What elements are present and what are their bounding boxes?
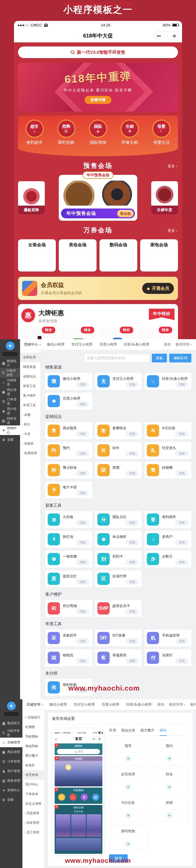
presale-center-card[interactable]: 年中预售会场 年中预售会场 逛会场 [59, 175, 137, 221]
picker-tab[interactable]: 插件 [160, 728, 167, 733]
detail-button[interactable]: 详情 [125, 609, 139, 615]
sidebar-item[interactable]: ⌂ 店铺管理 [0, 738, 22, 747]
app-card[interactable]: 赞 好物圈 详情 [144, 462, 191, 478]
detail-button[interactable]: 详情 [175, 520, 189, 526]
sidebar-item[interactable]: ✦ 营销中心 [0, 785, 22, 795]
tutorial-dropdown[interactable]: 教程管理∨ [169, 702, 186, 707]
presale-more-link[interactable]: 更多 › [168, 163, 177, 169]
deal-product-suitcase[interactable]: 特价 [100, 328, 136, 339]
detail-button[interactable]: 详情 [76, 658, 89, 664]
subsidebar-item[interactable]: ∨店铺设计 [22, 713, 44, 722]
subsidebar-item[interactable]: ›余额 [20, 410, 40, 420]
app-card[interactable]: ❋ 百度小程序 详情 [45, 393, 92, 409]
category-item[interactable]: 国际 ◈ 国际海淘 [87, 120, 109, 156]
subsidebar-item[interactable]: 常用工具 [20, 400, 40, 410]
detail-button[interactable]: 详情 [76, 579, 89, 585]
subsidebar-item[interactable]: 轮播图 [22, 722, 44, 732]
detail-button[interactable]: 详情 [125, 579, 139, 585]
subsidebar-item[interactable]: 销售渠道 [20, 362, 40, 372]
subsidebar-item[interactable]: ›积分 [20, 420, 40, 429]
sidebar-item[interactable]: ▣ 商品管理 [0, 387, 20, 397]
category-item[interactable]: 超市 ⌂ 便利超市 [24, 120, 46, 156]
app-card[interactable]: DIY DIY装修 详情 [95, 629, 142, 646]
coupon-hall-card[interactable]: 数码会场 [100, 239, 137, 272]
app-card[interactable]: ☸ 幸运抽奖 详情 [95, 531, 142, 548]
detail-button[interactable]: 详情 [175, 470, 189, 476]
open-vip-button[interactable]: ◆ 开通会员 [142, 283, 174, 294]
sidebar-item[interactable]: ⌂ 店铺管理 [0, 377, 20, 387]
detail-button[interactable]: 详情 [125, 638, 139, 644]
delete-block-icon[interactable]: ✕ [55, 805, 58, 809]
coupon-hall-card[interactable]: 女装会场 [18, 239, 56, 272]
visit-hall-button[interactable]: 逛会场 [117, 210, 134, 217]
add-plugin-button[interactable]: + [125, 812, 132, 818]
sidebar-item[interactable]: S 小程序管理 [0, 368, 20, 377]
subsidebar-item[interactable]: ›卡券 [20, 429, 40, 439]
block-search[interactable]: ✕ 搜索框 搜索 [55, 743, 102, 755]
app-card[interactable]: ⌂ 多商户 详情 [144, 531, 191, 548]
add-plugin-button[interactable]: + [125, 784, 132, 790]
add-plugin-button[interactable]: + [125, 755, 132, 762]
detail-button[interactable]: 详情 [175, 638, 189, 644]
detail-button[interactable]: 详情 [76, 490, 89, 496]
sidebar-item[interactable]: ✦ 营销中心 [0, 426, 20, 435]
coupon-hall-card[interactable]: 家电会场 [140, 239, 178, 272]
app-card[interactable]: 售 商品预售 详情 [45, 422, 92, 439]
presale-right-card[interactable]: 生鲜年货 [151, 181, 178, 214]
subsidebar-item[interactable]: ›优惠券 [20, 439, 40, 448]
subsidebar-item[interactable]: 自定义海报 [22, 799, 44, 808]
app-card[interactable]: 分 团队分红 详情 [95, 511, 142, 528]
block-carousel[interactable]: ✕ 轮播图 [55, 756, 102, 786]
sidebar-item[interactable]: ▣ 商品管理 [0, 747, 22, 757]
wechat-capsule[interactable]: ••• ⊙ [91, 737, 102, 741]
wechat-capsule[interactable]: ••• ⊙ [153, 31, 179, 40]
app-card[interactable]: 区 区域代理 详情 [95, 570, 142, 587]
sidebar-item[interactable]: ▤ 财务管理 [0, 416, 20, 426]
category-item[interactable]: 生鲜 ☸ 即食生鲜 [119, 120, 141, 156]
collapse-icon[interactable]: « [39, 342, 41, 346]
app-card[interactable]: N N元任选 详情 [144, 422, 191, 439]
subsidebar-item[interactable]: 下单表单 [22, 789, 44, 799]
sidebar-item[interactable]: ▦ 数据统计 [0, 718, 22, 728]
app-card[interactable]: 股 股东分红 详情 [45, 570, 92, 587]
detail-button[interactable]: 详情 [125, 451, 139, 457]
nav-circle-icon[interactable]: ▤ [92, 794, 99, 801]
sidebar-item[interactable]: ♟ 用户管理 [0, 406, 20, 416]
app-card[interactable]: 卡 电子卡密 详情 [45, 482, 92, 498]
sidebar-item[interactable]: S 小程序管理 [0, 728, 22, 738]
subsidebar-item[interactable]: 全部应用 [20, 352, 40, 362]
app-card[interactable]: 客 客服系统 详情 [95, 649, 142, 666]
add-plugin-button[interactable]: + [166, 755, 172, 762]
app-card[interactable]: 刮 刮刮卡 详情 [95, 551, 142, 567]
presale-left-card[interactable]: 爆款直降 [18, 181, 45, 214]
subsidebar-item[interactable]: ›员工管理 [22, 828, 44, 837]
banner-cta-button[interactable]: 查看详情 [85, 96, 111, 104]
app-card[interactable]: ❂ 一键发圈 详情 [45, 551, 92, 567]
deal-product-fungus[interactable]: 特价 [138, 328, 174, 339]
subsidebar-item[interactable]: 商城风格 [22, 741, 44, 751]
close-circle-icon[interactable]: ⊙ [99, 738, 101, 740]
app-card[interactable]: 秒 整点秒杀 详情 [45, 462, 92, 478]
subsidebar-item[interactable]: ›直播管理 [20, 448, 40, 458]
subsidebar-item[interactable]: 图片魔方 [22, 751, 44, 761]
tutorial-dropdown[interactable]: 教程管理∨ [175, 342, 192, 347]
nav-circle-icon[interactable]: ❖ [81, 794, 88, 801]
subsidebar-item[interactable]: ›页面管理 [22, 808, 44, 818]
category-item[interactable]: 抢购 抢 限时抢购 [55, 120, 77, 156]
merchant-dropdown[interactable]: 魅尚中国∨ [190, 702, 196, 707]
detail-button[interactable]: 详情 [175, 539, 189, 546]
app-card[interactable]: 套 套餐组合 详情 [95, 422, 142, 439]
detail-button[interactable]: 详情 [76, 431, 89, 437]
detail-button[interactable]: 详情 [76, 638, 89, 644]
detail-button[interactable]: 详情 [175, 451, 189, 457]
subsidebar-item[interactable]: 客户维护 [20, 391, 40, 400]
detail-button[interactable]: 详情 [125, 658, 139, 664]
app-card[interactable]: 签 签到插件 详情 [144, 511, 191, 528]
app-card[interactable]: 价 砍价 详情 [95, 442, 142, 459]
subsidebar-item[interactable]: 标签栏 [22, 761, 44, 770]
detail-button[interactable]: 详情 [125, 470, 139, 476]
app-card[interactable]: ⊞ 九宫格 详情 [45, 511, 92, 528]
close-circle-icon[interactable]: ⊙ [173, 34, 176, 38]
coupons-more-link[interactable]: 更多 › [168, 228, 177, 233]
sidebar-item[interactable]: ♟ 用户管理 [0, 766, 22, 776]
